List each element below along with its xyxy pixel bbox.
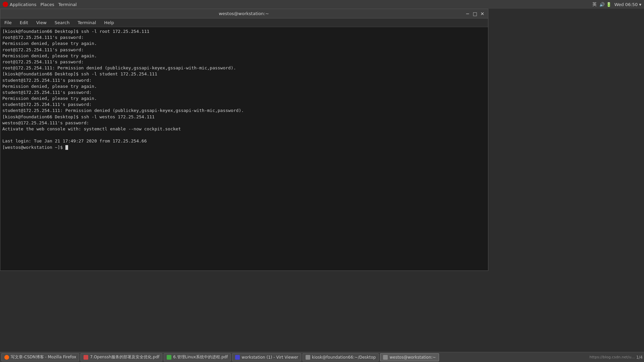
applications-label: Applications [10, 2, 36, 7]
places-menu[interactable]: Places [40, 2, 54, 7]
westos-icon [383, 355, 388, 360]
taskbar-virt[interactable]: workstation (1) - Virt Viewer [232, 353, 301, 361]
taskbar: 写文章-CSDN博客 - Mozilla Firefox 7.Openssh服务… [0, 352, 644, 362]
terminal-menubar: File Edit View Search Terminal Help [0, 18, 488, 27]
menu-view[interactable]: View [34, 19, 49, 26]
taskbar-url: https://blog.csdn.net/u... [590, 355, 635, 359]
virt-icon [235, 355, 240, 360]
lang-indicator: 英 [592, 1, 597, 7]
taskbar-pdf1[interactable]: 7.Openssh服务的部署及安全优化.pdf [80, 353, 162, 361]
pdf1-icon [84, 355, 88, 360]
taskbar-right: https://blog.csdn.net/u... 1/4 [590, 355, 643, 360]
applications-menu[interactable]: Applications [3, 2, 36, 7]
taskbar-desktop-label: kiosk@foundation66:~/Desktop [312, 355, 376, 360]
taskbar-pdf2-label: 6.管理Linux系统中的进程.pdf [173, 354, 228, 360]
maximize-button[interactable]: □ [472, 11, 478, 17]
taskbar-desktop[interactable]: kiosk@foundation66:~/Desktop [303, 353, 379, 361]
datetime: Wed 06:50 ▾ [614, 2, 641, 7]
window-title: westos@workstation:~ [23, 11, 465, 16]
desktop-icon [306, 355, 310, 360]
pdf2-icon [167, 355, 171, 360]
menu-terminal[interactable]: Terminal [75, 19, 98, 26]
top-bar-left: Applications Places Terminal [3, 2, 77, 7]
top-bar-right: 英 🔊 🔋 Wed 06:50 ▾ [592, 1, 641, 7]
taskbar-firefox[interactable]: 写文章-CSDN博客 - Mozilla Firefox [1, 353, 79, 361]
taskbar-virt-label: workstation (1) - Virt Viewer [241, 355, 298, 360]
system-tray: 🔊 🔋 [599, 2, 611, 7]
menu-help[interactable]: Help [102, 19, 116, 26]
taskbar-westos-label: westos@workstation:~ [389, 355, 436, 360]
window-controls: ─ □ ✕ [465, 11, 485, 17]
top-bar: Applications Places Terminal 英 🔊 🔋 Wed 0… [0, 0, 644, 9]
close-button[interactable]: ✕ [479, 11, 485, 17]
applications-icon [3, 2, 8, 7]
minimize-button[interactable]: ─ [465, 11, 471, 17]
taskbar-pdf1-label: 7.Openssh服务的部署及安全优化.pdf [90, 354, 159, 360]
terminal-menu[interactable]: Terminal [58, 2, 77, 7]
taskbar-firefox-label: 写文章-CSDN博客 - Mozilla Firefox [11, 354, 76, 360]
taskbar-pdf2[interactable]: 6.管理Linux系统中的进程.pdf [164, 353, 231, 361]
terminal-body[interactable]: [kiosk@foundation66 Desktop]$ ssh -l roo… [0, 27, 488, 270]
menu-edit[interactable]: Edit [18, 19, 30, 26]
menu-file[interactable]: File [2, 19, 14, 26]
terminal-window: westos@workstation:~ ─ □ ✕ File Edit Vie… [0, 9, 488, 271]
page-indicator: 1/4 [636, 355, 643, 360]
menu-search[interactable]: Search [53, 19, 72, 26]
firefox-icon [4, 355, 9, 360]
terminal-titlebar: westos@workstation:~ ─ □ ✕ [0, 9, 488, 18]
taskbar-westos[interactable]: westos@workstation:~ [380, 353, 439, 361]
